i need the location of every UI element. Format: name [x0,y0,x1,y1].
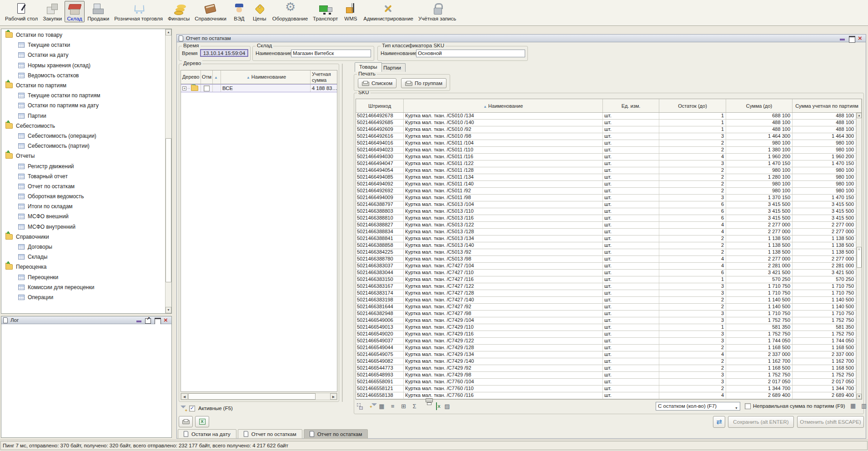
toolbar-module-item[interactable]: Склад [65,1,85,22]
wrong-sum-checkbox[interactable] [745,403,751,409]
sku-table-row[interactable]: 5021466558121 Куртка мал. ткан. /С7760 /… [356,386,856,392]
active-filter-checkbox[interactable] [189,406,195,411]
toolbar-module-item[interactable]: Администрирование [361,1,416,22]
sku-table-row[interactable]: 5021466494054 Куртка мал. ткан. /С5011 /… [356,167,856,174]
tree-item[interactable]: Остатки по партиям [1,80,165,90]
tree-col-mark[interactable]: Отм [201,70,213,84]
expand-icon[interactable]: + [182,86,186,90]
tree-item[interactable]: Ведомость остатков [1,70,165,80]
toolbar-module-item[interactable]: ВЭД [229,1,249,22]
row-checkbox[interactable] [204,85,210,91]
sku-table-row[interactable]: 5021466384225 Куртка мал. ткан. /С5013 /… [356,249,856,256]
sku-table-row[interactable]: 5021466382948 Куртка мал. ткан. /С7427 /… [356,311,856,317]
sku-table-row[interactable]: 5021466494092 Куртка мал. ткан. /С5011 /… [356,181,856,188]
sku-col-barcode[interactable]: Штрихкод [356,99,404,112]
tree-item[interactable]: Себестоимость (операции) [1,131,165,141]
tree-item[interactable]: Справочники [1,232,165,242]
toolbar-module-item[interactable]: Рабочий стол [3,1,40,22]
sku-col-sum[interactable]: Сумма (до) [726,99,793,112]
sku-table-row[interactable]: 5021466558091 Куртка мал. ткан. /С7760 /… [356,379,856,386]
minimize-icon[interactable] [136,317,142,323]
excel-export-icon[interactable] [432,402,441,411]
tree-item[interactable]: Нормы хранения (склад) [1,60,165,70]
sku-table-row[interactable]: 5021466494030 Куртка мал. ткан. /С5011 /… [356,154,856,160]
columns-icon[interactable]: ▦ [377,402,386,411]
tree-item[interactable]: Оборотная ведомость [1,191,165,201]
sku-table-row[interactable]: 5021466492692 Куртка мал. ткан. /С5011 /… [356,188,856,195]
toolbar-module-item[interactable]: Учётная запись [416,1,458,22]
tree-item[interactable]: Переоценка [1,262,165,272]
tree-item[interactable]: Остатки по партиям на дату [1,100,165,110]
sku-table-row[interactable]: 5021466494023 Куртка мал. ткан. /С5011 /… [356,147,856,154]
scrollbar-thumb[interactable] [166,138,171,282]
sku-col-unit[interactable]: Ед. изм. [603,99,659,112]
document-tab[interactable]: Отчет по остаткам [238,429,302,439]
tree-item[interactable]: Остатки на дату [1,50,165,60]
sku-table-row[interactable]: 5021466383044 Куртка мал. ткан. /С7427 /… [356,270,856,276]
sku-table-row[interactable]: 5021466388797 Куртка мал. ткан. /С5013 /… [356,201,856,208]
scroll-down-icon[interactable]: ▼ [166,307,171,313]
layout-icon[interactable]: ▥ [860,402,868,410]
save-button[interactable]: Сохранить (alt ENTER) [728,416,794,428]
tree-item[interactable]: Партии [1,111,165,121]
export-excel-button[interactable] [195,416,209,427]
vertical-splitter[interactable] [342,64,343,402]
warehouse-name-field[interactable]: Магазин Витебск [291,50,371,57]
tree-item[interactable]: Отчеты [1,151,165,161]
print-by-groups-button[interactable]: По группам [401,78,447,88]
tree-item[interactable]: Комиссии для переоценки [1,282,165,292]
grid-icon[interactable]: ▦ [849,402,858,410]
sku-table-row[interactable]: 5021466383150 Куртка мал. ткан. /С7427 /… [356,276,856,283]
sku-table-row[interactable]: 5021466544773 Куртка мал. ткан. /С7429 /… [356,365,856,372]
numbered-list-icon[interactable]: ≡ [388,402,397,411]
tree-item[interactable]: Остатки по товару [1,30,165,40]
sku-table-row[interactable]: 5021466388803 Куртка мал. ткан. /С5013 /… [356,208,856,215]
toolbar-module-item[interactable]: Справочники [192,1,229,22]
tree-hscrollbar[interactable]: ◀ ▶ [181,393,337,400]
sku-scrollbar[interactable]: ▲ ≡ ▼ [856,113,862,399]
toolbar-module-item[interactable]: WMS [341,1,361,22]
sku-table-row[interactable]: 5021466388834 Куртка мал. ткан. /С5013 /… [356,229,856,236]
sku-table-row[interactable]: 5021466548993 Куртка мал. ткан. /С7429 /… [356,372,856,379]
sku-table-row[interactable]: 5021466492609 Куртка мал. ткан. /С5010 /… [356,126,856,133]
sku-col-sum-parties[interactable]: Сумма учетная по партиям [793,99,862,112]
scroll-up-icon[interactable]: ▲ [857,113,862,118]
sku-table-row[interactable]: 5021466383167 Куртка мал. ткан. /С7427 /… [356,283,856,290]
sku-table-row[interactable]: 5021466383037 Куртка мал. ткан. /С7427 /… [356,263,856,270]
hierarchy-icon[interactable] [356,402,364,411]
sku-table-row[interactable]: 5021466383198 Куртка мал. ткан. /С7427 /… [356,297,856,304]
tree-item[interactable]: Склады [1,252,165,262]
calculator-add-icon[interactable]: ⊞ [399,402,408,411]
filter-funnel-icon[interactable] [181,405,186,411]
tree-item[interactable]: Текущие остатки по партиям [1,90,165,100]
sku-table-row[interactable]: 5021466492685 Куртка мал. ткан. /С5010 /… [356,120,856,126]
minimize-icon[interactable] [839,35,846,41]
sku-table-row[interactable]: 5021466549013 Куртка мал. ткан. /С7429 /… [356,324,856,331]
sku-table-row[interactable]: 5021466549044 Куртка мал. ткан. /С7429 /… [356,345,856,351]
toolbar-module-item[interactable]: Продажи [85,1,111,22]
sku-table-row[interactable]: 5021466388827 Куртка мал. ткан. /С5013 /… [356,222,856,229]
filter-add-icon[interactable] [366,402,375,411]
tree-item[interactable]: Товарный отчет [1,171,165,181]
maximize-icon[interactable] [848,35,855,41]
toolbar-module-item[interactable]: Цены [250,1,270,22]
print-button[interactable] [179,416,193,427]
sku-table-row[interactable]: 5021466388841 Куртка мал. ткан. /С5013 /… [356,236,856,242]
print-list-button[interactable]: Списком [358,78,396,88]
tree-item[interactable]: Итоги по складам [1,201,165,211]
sku-table-row[interactable]: 5021466388858 Куртка мал. ткан. /С5013 /… [356,242,856,249]
tree-item[interactable]: Операции [1,292,165,302]
tree-col-sum[interactable]: Учетнаясумма [311,70,337,84]
tab-goods[interactable]: Товары [355,62,382,72]
sum-icon[interactable]: Σ [410,402,419,411]
time-field[interactable]: 13.10.14 15:59:04 [200,49,248,57]
tab-parties[interactable]: Партии [379,63,406,72]
tree-item[interactable]: МСФО внутренний [1,222,165,232]
tree-item[interactable]: Себестоимость [1,121,165,131]
sku-table-row[interactable]: 5021466549082 Куртка мал. ткан. /С7429 /… [356,358,856,365]
toolbar-module-item[interactable]: Закупки [40,1,64,22]
tree-col-tree[interactable]: Дерево [181,70,201,84]
refresh-button[interactable] [713,416,725,428]
sku-table-row[interactable]: 5021466494009 Куртка мал. ткан. /С5011 /… [356,195,856,201]
sku-type-name-field[interactable]: Основной [416,50,525,57]
